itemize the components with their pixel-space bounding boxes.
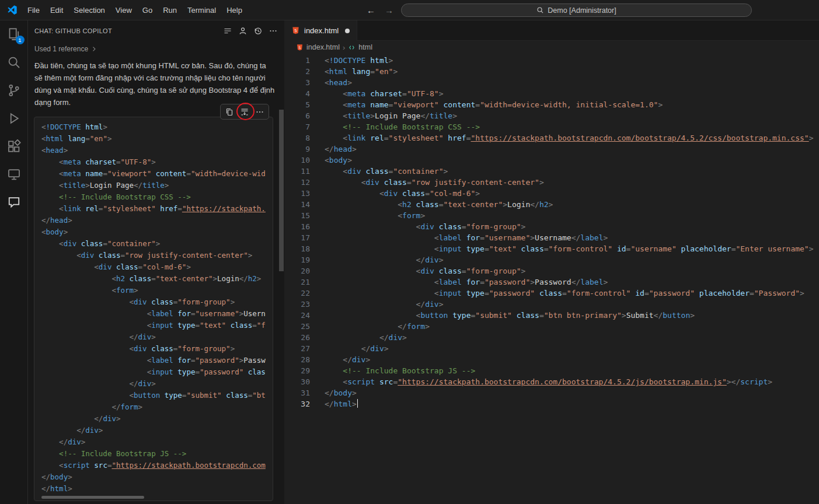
chat-code-line: <!DOCTYPE html> — [41, 121, 273, 133]
breadcrumb-separator: › — [343, 43, 345, 52]
extensions-icon[interactable] — [0, 132, 28, 160]
menu-selection[interactable]: Selection — [68, 0, 110, 20]
chat-code-line: <meta charset="UTF-8"> — [41, 156, 273, 168]
chat-code-line: </head> — [41, 215, 273, 226]
code-line: 20 <div class="form-group"> — [284, 265, 819, 276]
code-block-horizontal-scrollbar[interactable] — [41, 496, 144, 499]
code-line: 11 <div class="container"> — [284, 166, 819, 177]
activity-bar: 1 — [0, 20, 28, 504]
menubar: FileEditSelectionViewGoRunTerminalHelp — [22, 0, 248, 20]
tab-index-html[interactable]: 5 index.html — [284, 20, 357, 41]
chat-code-line: </div> — [41, 436, 273, 448]
editor-cursor — [357, 399, 358, 408]
chat-code-line: </div> — [41, 378, 273, 390]
chat-panel: CHAT: GITHUB COPILOT — [28, 20, 284, 504]
chat-code-line: <!-- Include Bootstrap CSS --> — [41, 191, 273, 203]
code-line: 23 </div> — [284, 299, 819, 310]
symbol-tag-icon — [348, 44, 356, 51]
code-line: 14 <h2 class="text-center">Login</h2> — [284, 199, 819, 210]
chat-panel-title: CHAT: GITHUB COPILOT — [34, 27, 112, 34]
breadcrumb-item-symbol[interactable]: html — [358, 43, 372, 51]
chat-code-line: </html> — [41, 483, 273, 495]
html-file-icon: 5 — [296, 44, 304, 51]
more-icon[interactable] — [267, 24, 280, 37]
chat-code-line: <div class="col-md-6"> — [41, 261, 273, 273]
code-line: 1<!DOCTYPE html> — [284, 55, 819, 66]
editor-code-area[interactable]: 1<!DOCTYPE html>2<html lang="en">3<head>… — [284, 54, 819, 504]
code-line: 4 <meta charset="UTF-8"> — [284, 88, 819, 99]
menu-terminal[interactable]: Terminal — [182, 0, 221, 20]
code-line: 13 <div class="col-md-6"> — [284, 188, 819, 199]
sidebar-scrollbar[interactable] — [279, 110, 284, 271]
history-icon[interactable] — [252, 24, 264, 37]
search-icon — [536, 6, 544, 14]
explorer-icon[interactable]: 1 — [0, 20, 28, 48]
code-line: 32</html> — [284, 398, 819, 410]
chat-code-line: <h2 class="text-center">Login</h2> — [41, 273, 273, 285]
menu-file[interactable]: File — [22, 0, 45, 20]
search-icon[interactable] — [0, 48, 28, 76]
code-line: 21 <label for="password">Password</label… — [284, 276, 819, 288]
chat-code-line: <!-- Include Bootstrap JS --> — [41, 448, 273, 460]
chat-code-line: <div class="row justify-content-center"> — [41, 250, 273, 261]
chevron-right-icon — [90, 46, 97, 52]
list-icon[interactable] — [221, 24, 234, 37]
code-line: 9</head> — [284, 144, 819, 155]
remote-explorer-icon[interactable] — [0, 160, 28, 188]
chat-icon[interactable] — [0, 188, 28, 216]
code-line: 31</body> — [284, 387, 819, 398]
menu-view[interactable]: View — [110, 0, 137, 20]
chat-code-line: </div> — [41, 331, 273, 343]
code-line: 7 <!-- Include Bootstrap CSS --> — [284, 121, 819, 132]
chat-message-text: Đầu tiên, chúng ta sẽ tạo một khung HTML… — [34, 60, 276, 108]
chat-code-line: </body> — [41, 471, 273, 483]
chat-code-line: <div class="form-group"> — [41, 343, 273, 355]
code-line: 26 </div> — [284, 332, 819, 343]
code-line: 25 </form> — [284, 321, 819, 332]
code-line: 18 <input type="text" class="form-contro… — [284, 243, 819, 254]
chat-code-line: <label for="username">Usern — [41, 308, 273, 320]
vscode-logo-icon — [6, 4, 19, 16]
used-references-toggle[interactable]: Used 1 reference — [34, 45, 284, 53]
chat-code-line: </form> — [41, 401, 273, 413]
source-control-icon[interactable] — [0, 76, 28, 104]
nav-back-icon[interactable]: ← — [367, 5, 375, 15]
tab-label: index.html — [304, 26, 339, 35]
run-debug-icon[interactable] — [0, 104, 28, 132]
code-line: 19 </div> — [284, 254, 819, 265]
chat-code-line: <html lang="en"> — [41, 133, 273, 145]
code-line: 8 <link rel="stylesheet" href="https://s… — [284, 132, 819, 144]
modified-indicator-icon[interactable] — [345, 29, 350, 33]
code-line: 6 <title>Login Page</title> — [284, 110, 819, 121]
breadcrumb-item-file[interactable]: index.html — [306, 43, 340, 51]
more-icon[interactable] — [253, 105, 267, 118]
chat-panel-header: CHAT: GITHUB COPILOT — [28, 20, 284, 41]
explorer-badge: 1 — [16, 36, 25, 44]
code-line: 28 </div> — [284, 354, 819, 365]
chat-code-line: <meta name="viewport" content="width=dev… — [41, 168, 273, 180]
code-line: 22 <input type="password" class="form-co… — [284, 288, 819, 299]
insert-at-cursor-icon[interactable] — [238, 105, 252, 118]
menu-edit[interactable]: Edit — [45, 0, 68, 20]
nav-forward-icon[interactable]: → — [385, 5, 393, 15]
copy-icon[interactable] — [222, 105, 236, 118]
chat-code-line: <title>Login Page</title> — [41, 180, 273, 191]
breadcrumb: 5 index.html › html — [284, 41, 819, 54]
chat-code-line: <input type="text" class="f — [41, 320, 273, 331]
chat-panel-actions — [221, 24, 280, 37]
menu-help[interactable]: Help — [221, 0, 248, 20]
command-center-search[interactable]: Demo [Administrator] — [401, 4, 752, 17]
code-line: 10<body> — [284, 155, 819, 166]
titlebar: FileEditSelectionViewGoRunTerminalHelp ←… — [0, 0, 819, 20]
svg-text:5: 5 — [299, 45, 301, 49]
menu-run[interactable]: Run — [158, 0, 182, 20]
chat-code-line: <form> — [41, 285, 273, 296]
chat-code-line: <input type="password" clas — [41, 366, 273, 378]
chat-code-line: <div class="form-group"> — [41, 296, 273, 308]
chat-code-line: <div class="container"> — [41, 238, 273, 250]
code-line: 17 <label for="username">Username</label… — [284, 232, 819, 243]
menu-go[interactable]: Go — [137, 0, 158, 20]
account-icon[interactable] — [236, 24, 249, 37]
used-references-label: Used 1 reference — [34, 45, 88, 53]
html-file-icon: 5 — [291, 26, 300, 35]
